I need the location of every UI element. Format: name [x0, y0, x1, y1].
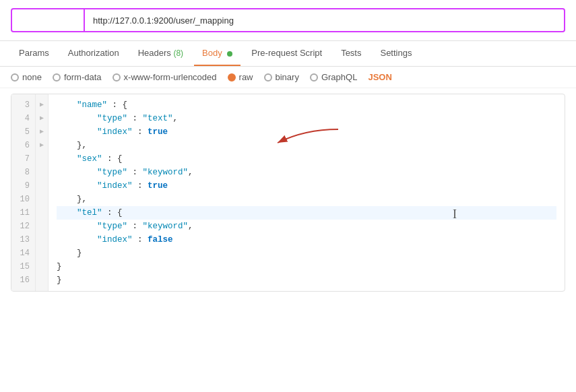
code-token: : { [102, 154, 123, 164]
code-token: : [133, 127, 148, 137]
code-token: "type" [97, 114, 127, 123]
line-num-11: 11 [11, 206, 35, 220]
line-num-4: 4 [11, 112, 35, 125]
method-selector[interactable] [11, 8, 85, 32]
code-line-8: "type" : "keyword", [57, 166, 556, 179]
tab-authorization[interactable]: Authorization [60, 41, 127, 66]
code-token [57, 100, 77, 110]
line-num-3: 3 [11, 98, 35, 112]
code-token: , [188, 168, 193, 177]
code-token [57, 168, 97, 177]
code-token: : { [107, 100, 127, 110]
code-token: } [57, 262, 62, 271]
code-lines[interactable]: "name" : { "type" : "text", "index" : tr… [49, 94, 565, 291]
tab-body[interactable]: Body [194, 41, 241, 66]
code-token [57, 222, 97, 231]
gutter-cell-11: ▶ [36, 125, 48, 139]
code-line-10: }, [57, 193, 556, 206]
code-token: "type" [97, 222, 127, 231]
radio-label-form-data: form-data [64, 72, 102, 82]
code-token [57, 235, 97, 244]
body-type-bar: noneform-datax-www-form-urlencodedrawbin… [0, 67, 576, 88]
body-type-binary[interactable]: binary [264, 72, 299, 82]
radio-form-data [53, 73, 61, 81]
code-token: "index" [97, 235, 133, 244]
code-line-15: } [57, 260, 556, 273]
line-num-5: 5 [11, 125, 35, 139]
gutter-cell-3: ▶ [36, 98, 48, 112]
json-format-label[interactable]: JSON [368, 72, 391, 82]
radio-graphql [310, 73, 318, 81]
body-type-form-data[interactable]: form-data [53, 72, 102, 82]
body-type-none[interactable]: none [11, 72, 42, 82]
code-token: "index" [97, 181, 133, 191]
tab-tests[interactable]: Tests [333, 41, 369, 66]
code-line-11: "tel" : { [57, 206, 556, 220]
code-token: false [148, 235, 173, 244]
line-num-9: 9 [11, 179, 35, 193]
radio-label-raw: raw [239, 72, 253, 82]
code-token: "name" [77, 100, 107, 110]
tab-params[interactable]: Params [11, 41, 57, 66]
code-token [57, 154, 77, 164]
code-token: "keyword" [143, 222, 189, 231]
tab-headers[interactable]: Headers (8) [130, 41, 191, 66]
radio-label-x-www-form-urlencoded: x-www-form-urlencoded [124, 72, 217, 82]
url-input[interactable] [85, 8, 565, 32]
code-token: "type" [97, 168, 127, 177]
body-type-graphql[interactable]: GraphQL [310, 72, 357, 82]
code-token: "index" [97, 127, 133, 137]
tab-settings[interactable]: Settings [372, 41, 420, 66]
line-num-12: 12 [11, 220, 35, 233]
line-num-7: 7 [11, 152, 35, 166]
code-line-5: "index" : true [57, 125, 556, 139]
code-token: , [188, 222, 193, 231]
code-token: : [127, 222, 143, 231]
code-token [57, 181, 97, 191]
tab-prerequest[interactable]: Pre-request Script [243, 41, 330, 66]
code-token: "text" [143, 114, 173, 123]
code-token: true [148, 181, 168, 191]
line-numbers: 345678910111213141516 [11, 94, 36, 291]
code-token: "keyword" [143, 168, 189, 177]
code-line-6: }, [57, 139, 556, 152]
radio-label-binary: binary [276, 72, 299, 82]
code-line-9: "index" : true [57, 179, 556, 193]
body-type-x-www-form-urlencoded[interactable]: x-www-form-urlencoded [113, 72, 217, 82]
code-line-16: } [57, 273, 556, 287]
gutter: ▶▶▶▶ [36, 94, 49, 291]
radio-none [11, 73, 19, 81]
radio-raw [228, 73, 236, 81]
request-bar [0, 0, 576, 41]
code-token: : [133, 235, 148, 244]
radio-x-www-form-urlencoded [113, 73, 121, 81]
line-num-16: 16 [11, 273, 35, 287]
tabs-bar: ParamsAuthorizationHeaders (8)Body Pre-r… [0, 41, 576, 67]
line-num-14: 14 [11, 247, 35, 260]
code-token [57, 208, 77, 218]
gutter-cell-7: ▶ [36, 112, 48, 125]
code-editor: 345678910111213141516 ▶▶▶▶ "name" : { "t… [11, 94, 565, 292]
radio-binary [264, 73, 272, 81]
body-type-raw[interactable]: raw [228, 72, 253, 82]
code-token: : [127, 114, 143, 123]
code-token: } [57, 275, 62, 285]
radio-label-none: none [22, 72, 42, 82]
code-token: , [173, 114, 179, 123]
line-num-13: 13 [11, 233, 35, 247]
line-num-8: 8 [11, 166, 35, 179]
code-token: }, [57, 141, 87, 150]
code-line-3: "name" : { [57, 98, 556, 112]
code-line-12: "type" : "keyword", [57, 220, 556, 233]
line-num-15: 15 [11, 260, 35, 273]
code-token: true [148, 127, 168, 137]
code-token: : [127, 168, 143, 177]
line-num-10: 10 [11, 193, 35, 206]
radio-label-graphql: GraphQL [321, 72, 357, 82]
code-line-13: "index" : false [57, 233, 556, 247]
code-line-14: } [57, 247, 556, 260]
code-token: "sex" [77, 154, 102, 164]
code-line-7: "sex" : { [57, 152, 556, 166]
code-token [57, 114, 97, 123]
code-token: : [133, 181, 148, 191]
